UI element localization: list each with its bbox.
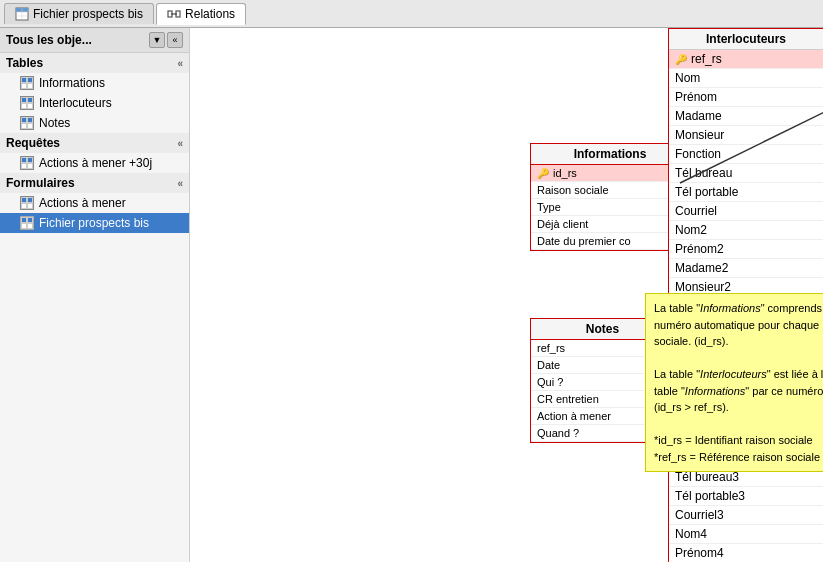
sidebar-section-tables-label: Tables [6,56,43,70]
sidebar-item-informations[interactable]: Informations [0,73,189,93]
sidebar-section-formulaires[interactable]: Formulaires « [0,173,189,193]
informations-field-raison: Raison sociale [531,182,689,199]
tooltip-box: La table "Informations" comprends un num… [645,293,823,472]
sidebar-section-requetes-label: Requêtes [6,136,60,150]
formulaire-fichier-icon [20,216,34,230]
sidebar-item-actions-requete-label: Actions à mener +30j [39,156,152,170]
interlocuteurs-table-icon [20,96,34,110]
informations-table-icon [20,76,34,90]
sidebar-item-actions-requete[interactable]: Actions à mener +30j [0,153,189,173]
interlocuteurs-title-text: Interlocuteurs [706,32,786,46]
interlocuteurs-field-25: Nom4 [669,525,823,544]
sidebar-menu-btn[interactable]: ▼ [149,32,165,48]
interlocuteurs-field-4: Monsieur [669,126,823,145]
tables-collapse-icon: « [177,58,183,69]
notes-qui-label: Qui ? [537,376,563,388]
interlocuteurs-field-label-10: Prénom2 [675,242,724,256]
interlocuteurs-field-label-0: ref_rs [691,52,722,66]
interlocuteurs-field-label-24: Courriel3 [675,508,724,522]
tab-bar: Fichier prospects bis Relations [0,0,823,28]
interlocuteurs-field-3: Madame [669,107,823,126]
diagram-area[interactable]: Informations 🔑 id_rs Raison sociale Type… [190,28,823,562]
informations-table-box: Informations 🔑 id_rs Raison sociale Type… [530,143,690,251]
informations-field-client: Déjà client [531,216,689,233]
notes-ref_rs-label: ref_rs [537,342,565,354]
sidebar-item-notes-label: Notes [39,116,70,130]
interlocuteurs-field-label-11: Madame2 [675,261,728,275]
interlocuteurs-field-label-4: Monsieur [675,128,724,142]
informations-title-text: Informations [574,147,647,161]
key-symbol: 🔑 [537,168,549,179]
informations-type-label: Type [537,201,561,213]
interlocuteurs-field-8: Courriel [669,202,823,221]
interlocuteurs-field-9: Nom2 [669,221,823,240]
tooltip-line4: *ref_rs = Référence raison sociale [654,449,823,466]
sidebar-header: Tous les obje... ▼ « [0,28,189,53]
informations-client-label: Déjà client [537,218,588,230]
tab-relations-label: Relations [185,7,235,21]
table-icon [15,7,29,21]
interlocuteurs-field-label-5: Fonction [675,147,721,161]
sidebar-controls: ▼ « [149,32,183,48]
notes-quand-label: Quand ? [537,427,579,439]
interlocuteurs-field-23: Tél portable3 [669,487,823,506]
interlocuteurs-field-label-25: Nom4 [675,527,707,541]
formulaire-actions-icon [20,196,34,210]
notes-table-icon [20,116,34,130]
tab-fichier-label: Fichier prospects bis [33,7,143,21]
relations-icon [167,7,181,21]
sidebar-collapse-btn[interactable]: « [167,32,183,48]
tooltip-line3: *id_rs = Identifiant raison sociale [654,432,823,449]
sidebar-section-tables[interactable]: Tables « [0,53,189,73]
tab-fichier[interactable]: Fichier prospects bis [4,3,154,24]
informations-date-label: Date du premier co [537,235,631,247]
interlocuteurs-field-26: Prénom4 [669,544,823,562]
sidebar-item-interlocuteurs[interactable]: Interlocuteurs [0,93,189,113]
interlocuteurs-table-header: Interlocuteurs [669,28,823,50]
notes-date-label: Date [537,359,560,371]
svg-point-8 [171,13,173,15]
interlocuteurs-field-label-12: Monsieur2 [675,280,731,294]
interlocuteurs-field-2: Prénom [669,88,823,107]
content-area: Informations 🔑 id_rs Raison sociale Type… [190,28,823,562]
interlocuteurs-field-label-23: Tél portable3 [675,489,745,503]
interlocuteurs-field-label-7: Tél portable [675,185,738,199]
interlocuteurs-field-5: Fonction [669,145,823,164]
interlocuteurs-field-7: Tél portable [669,183,823,202]
requetes-collapse-icon: « [177,138,183,149]
interlocuteurs-field-label-9: Nom2 [675,223,707,237]
notes-cr-label: CR entretien [537,393,599,405]
interlocuteurs-field-1: Nom [669,69,823,88]
interlocuteurs-field-11: Madame2 [669,259,823,278]
tab-relations[interactable]: Relations [156,3,246,25]
interlocuteurs-field-10: Prénom2 [669,240,823,259]
informations-field-date: Date du premier co [531,233,689,250]
sidebar-item-actions-formulaire[interactable]: Actions à mener [0,193,189,213]
sidebar-item-fichier-prospects[interactable]: Fichier prospects bis [0,213,189,233]
interlocuteurs-field-label-2: Prénom [675,90,717,104]
sidebar-item-fichier-prospects-label: Fichier prospects bis [39,216,149,230]
notes-title-text: Notes [586,322,619,336]
interlocuteurs-field-label-26: Prénom4 [675,546,724,560]
interlocuteurs-field-0: 🔑ref_rs [669,50,823,69]
formulaires-collapse-icon: « [177,178,183,189]
svg-point-9 [175,13,177,15]
informations-raison-label: Raison sociale [537,184,609,196]
sidebar-item-notes[interactable]: Notes [0,113,189,133]
interlocuteurs-field-label-3: Madame [675,109,722,123]
interlocuteurs-field-label-1: Nom [675,71,700,85]
informations-table-header: Informations [531,144,689,165]
sidebar: Tous les obje... ▼ « Tables « Informatio… [0,28,190,562]
interlocuteurs-field-6: Tél bureau [669,164,823,183]
sidebar-item-interlocuteurs-label: Interlocuteurs [39,96,112,110]
interlocuteurs-field-label-22: Tél bureau3 [675,470,739,484]
interlocuteurs-field-24: Courriel3 [669,506,823,525]
sidebar-section-requetes[interactable]: Requêtes « [0,133,189,153]
sidebar-item-informations-label: Informations [39,76,105,90]
sidebar-section-formulaires-label: Formulaires [6,176,75,190]
key-symbol: 🔑 [675,54,687,65]
sidebar-title: Tous les obje... [6,33,92,47]
informations-field-id_rs: 🔑 id_rs [531,165,689,182]
informations-id_rs-label: id_rs [553,167,577,179]
sidebar-item-actions-formulaire-label: Actions à mener [39,196,126,210]
